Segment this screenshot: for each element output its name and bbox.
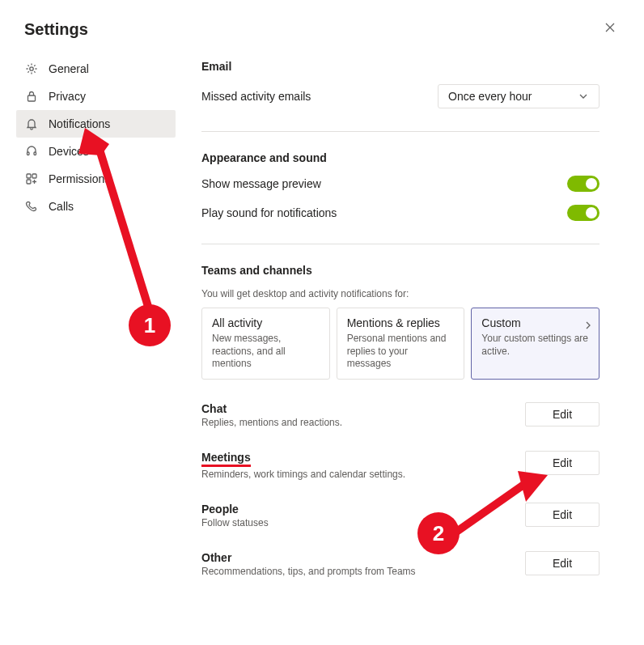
chevron-right-icon — [584, 318, 592, 333]
missed-emails-label: Missed activity emails — [201, 90, 311, 103]
card-all-activity[interactable]: All activity New messages, reactions, an… — [201, 308, 330, 380]
sidebar-item-devices[interactable]: Devices — [16, 138, 176, 165]
svg-rect-3 — [34, 152, 36, 155]
other-title: Other — [201, 551, 416, 564]
sound-label: Play sound for notifications — [201, 206, 337, 219]
teams-heading: Teams and channels — [201, 264, 600, 277]
preview-toggle[interactable] — [567, 176, 600, 192]
card-title: All activity — [212, 316, 320, 329]
headset-icon — [24, 144, 39, 159]
sidebar-item-notifications[interactable]: Notifications — [16, 110, 176, 138]
svg-rect-5 — [32, 174, 36, 178]
card-title: Mentions & replies — [347, 316, 455, 329]
meetings-desc: Reminders, work timings and calendar set… — [201, 469, 405, 480]
sidebar-item-general[interactable]: General — [16, 55, 176, 83]
preview-label: Show message preview — [201, 177, 321, 190]
card-title: Custom — [481, 316, 589, 329]
email-heading: Email — [201, 60, 600, 73]
svg-point-0 — [30, 67, 33, 70]
lock-icon — [24, 89, 39, 104]
other-desc: Recommendations, tips, and prompts from … — [201, 566, 416, 577]
sidebar-item-label: Calls — [49, 200, 74, 213]
gear-icon — [24, 62, 39, 76]
page-title: Settings — [24, 20, 88, 39]
sidebar-item-label: Devices — [49, 145, 89, 158]
sidebar-item-permissions[interactable]: Permissions — [16, 165, 176, 193]
svg-rect-6 — [27, 180, 31, 184]
card-mentions-replies[interactable]: Mentions & replies Personal mentions and… — [337, 308, 465, 380]
sidebar-item-label: Privacy — [49, 90, 86, 103]
close-button[interactable] — [600, 19, 620, 39]
sidebar-item-privacy[interactable]: Privacy — [16, 83, 176, 110]
phone-icon — [24, 199, 39, 214]
people-title: People — [201, 503, 269, 516]
annotation-badge-1: 1 — [129, 304, 171, 346]
apps-icon — [24, 172, 39, 186]
close-icon — [604, 22, 616, 36]
sound-toggle[interactable] — [567, 205, 600, 221]
dropdown-value: Once every hour — [448, 90, 532, 103]
card-desc: Your custom settings are active. — [481, 333, 589, 358]
chat-edit-button[interactable]: Edit — [525, 402, 600, 426]
missed-emails-dropdown[interactable]: Once every hour — [438, 84, 600, 108]
chevron-down-icon — [578, 91, 589, 102]
card-custom[interactable]: Custom Your custom settings are active. — [471, 308, 600, 380]
meetings-edit-button[interactable]: Edit — [525, 451, 600, 475]
teams-subtext: You will get desktop and activity notifi… — [201, 288, 600, 299]
sidebar-item-label: General — [49, 62, 89, 75]
svg-rect-2 — [28, 152, 30, 155]
card-desc: New messages, reactions, and all mention… — [212, 333, 320, 371]
chat-desc: Replies, mentions and reactions. — [201, 417, 342, 428]
chat-title: Chat — [201, 402, 342, 415]
appearance-heading: Appearance and sound — [201, 151, 600, 164]
bell-icon — [24, 117, 39, 131]
card-desc: Personal mentions and replies to your me… — [347, 333, 455, 371]
sidebar-item-calls[interactable]: Calls — [16, 193, 176, 220]
meetings-title: Meetings — [201, 451, 405, 467]
people-edit-button[interactable]: Edit — [525, 503, 600, 527]
svg-rect-4 — [27, 174, 31, 178]
people-desc: Follow statuses — [201, 517, 269, 528]
annotation-badge-2: 2 — [417, 512, 460, 554]
svg-rect-1 — [28, 95, 36, 101]
other-edit-button[interactable]: Edit — [525, 551, 600, 575]
sidebar-item-label: Permissions — [49, 172, 110, 185]
main-panel: Email Missed activity emails Once every … — [176, 55, 644, 600]
sidebar-item-label: Notifications — [49, 117, 110, 130]
